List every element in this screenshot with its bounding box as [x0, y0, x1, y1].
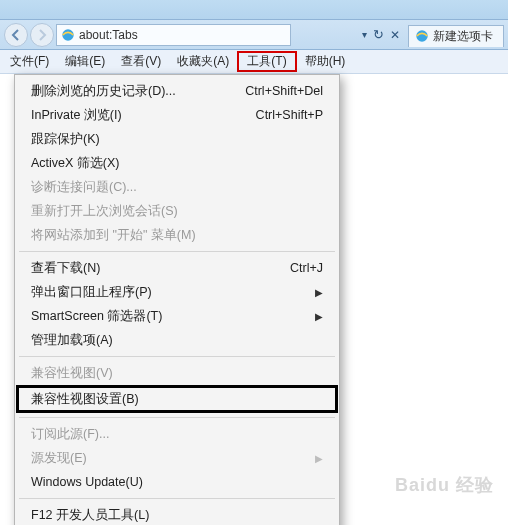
- mi-shortcut: Ctrl+Shift+P: [256, 108, 323, 122]
- menu-view[interactable]: 查看(V): [113, 50, 169, 73]
- mi-add-start[interactable]: 将网站添加到 "开始" 菜单(M): [17, 223, 337, 247]
- mi-inprivate[interactable]: InPrivate 浏览(I) Ctrl+Shift+P: [17, 103, 337, 127]
- menu-separator: [19, 498, 335, 499]
- tab-new[interactable]: 新建选项卡: [408, 25, 504, 47]
- mi-popup[interactable]: 弹出窗口阻止程序(P) ▶: [17, 280, 337, 304]
- menu-tools[interactable]: 工具(T): [237, 51, 296, 72]
- submenu-arrow-icon: ▶: [315, 287, 323, 298]
- menu-favorites[interactable]: 收藏夹(A): [169, 50, 237, 73]
- tools-dropdown: 删除浏览的历史记录(D)... Ctrl+Shift+Del InPrivate…: [14, 74, 340, 525]
- arrow-right-icon: [36, 29, 48, 41]
- mi-f12[interactable]: F12 开发人员工具(L): [17, 503, 337, 525]
- mi-label: 将网站添加到 "开始" 菜单(M): [31, 227, 196, 244]
- mi-activex[interactable]: ActiveX 筛选(X): [17, 151, 337, 175]
- tab-label: 新建选项卡: [433, 28, 493, 45]
- menu-file[interactable]: 文件(F): [2, 50, 57, 73]
- mi-label: 兼容性视图(V): [31, 365, 113, 382]
- mi-label: ActiveX 筛选(X): [31, 155, 120, 172]
- mi-shortcut: Ctrl+Shift+Del: [245, 84, 323, 98]
- mi-delete-history[interactable]: 删除浏览的历史记录(D)... Ctrl+Shift+Del: [17, 79, 337, 103]
- mi-diagnose[interactable]: 诊断连接问题(C)...: [17, 175, 337, 199]
- mi-label: 查看下载(N): [31, 260, 100, 277]
- mi-label: 跟踪保护(K): [31, 131, 100, 148]
- url-field[interactable]: about:Tabs: [56, 24, 291, 46]
- tab-strip: 新建选项卡: [408, 23, 504, 47]
- mi-label: Windows Update(U): [31, 475, 143, 489]
- mi-label: F12 开发人员工具(L): [31, 507, 149, 524]
- menu-bar: 文件(F) 编辑(E) 查看(V) 收藏夹(A) 工具(T) 帮助(H): [0, 50, 508, 74]
- url-text: about:Tabs: [79, 28, 138, 42]
- mi-label: 源发现(E): [31, 450, 87, 467]
- mi-compat-view[interactable]: 兼容性视图(V): [17, 361, 337, 385]
- mi-label: SmartScreen 筛选器(T): [31, 308, 162, 325]
- dropdown-icon[interactable]: ▾: [362, 29, 367, 40]
- mi-feed-discovery[interactable]: 源发现(E) ▶: [17, 446, 337, 470]
- mi-reopen[interactable]: 重新打开上次浏览会话(S): [17, 199, 337, 223]
- mi-shortcut: Ctrl+J: [290, 261, 323, 275]
- mi-label: 兼容性视图设置(B): [31, 391, 139, 408]
- submenu-arrow-icon: ▶: [315, 311, 323, 322]
- back-button[interactable]: [4, 23, 28, 47]
- addr-controls: ▾ ↻ ✕: [362, 27, 400, 42]
- menu-separator: [19, 251, 335, 252]
- mi-label: InPrivate 浏览(I): [31, 107, 122, 124]
- menu-help[interactable]: 帮助(H): [297, 50, 354, 73]
- stop-icon[interactable]: ✕: [390, 28, 400, 42]
- mi-tracking[interactable]: 跟踪保护(K): [17, 127, 337, 151]
- mi-label: 重新打开上次浏览会话(S): [31, 203, 178, 220]
- mi-compat-settings[interactable]: 兼容性视图设置(B): [16, 385, 338, 413]
- mi-label: 订阅此源(F)...: [31, 426, 109, 443]
- mi-windows-update[interactable]: Windows Update(U): [17, 470, 337, 494]
- ie-icon: [61, 28, 75, 42]
- mi-addons[interactable]: 管理加载项(A): [17, 328, 337, 352]
- mi-subscribe[interactable]: 订阅此源(F)...: [17, 422, 337, 446]
- submenu-arrow-icon: ▶: [315, 453, 323, 464]
- address-bar: about:Tabs ▾ ↻ ✕ 新建选项卡: [0, 20, 508, 50]
- menu-separator: [19, 356, 335, 357]
- mi-downloads[interactable]: 查看下载(N) Ctrl+J: [17, 256, 337, 280]
- mi-label: 删除浏览的历史记录(D)...: [31, 83, 176, 100]
- refresh-icon[interactable]: ↻: [373, 27, 384, 42]
- arrow-left-icon: [10, 29, 22, 41]
- watermark: Baidu 经验: [395, 473, 494, 497]
- window-title-bar: [0, 0, 508, 20]
- ie-icon: [415, 29, 429, 43]
- mi-label: 管理加载项(A): [31, 332, 113, 349]
- menu-edit[interactable]: 编辑(E): [57, 50, 113, 73]
- forward-button[interactable]: [30, 23, 54, 47]
- mi-label: 诊断连接问题(C)...: [31, 179, 137, 196]
- menu-separator: [19, 417, 335, 418]
- mi-smartscreen[interactable]: SmartScreen 筛选器(T) ▶: [17, 304, 337, 328]
- mi-label: 弹出窗口阻止程序(P): [31, 284, 152, 301]
